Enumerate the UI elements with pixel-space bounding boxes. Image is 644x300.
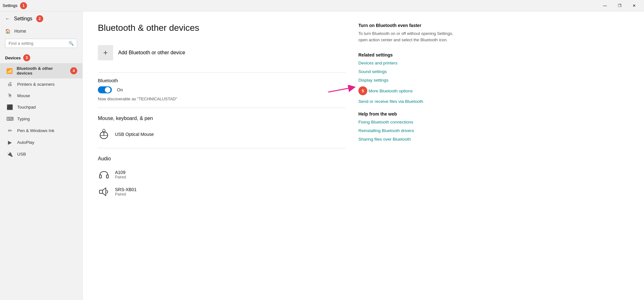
autoplay-icon: ▶: [6, 139, 13, 145]
nav-label-bluetooth: Bluetooth & other devices: [17, 66, 66, 76]
svg-rect-6: [99, 190, 103, 193]
app-title: Settings: [14, 16, 32, 22]
page-title: Bluetooth & other devices: [98, 23, 346, 33]
pen-icon: ✏: [6, 128, 13, 134]
audio-section-title: Audio: [98, 156, 346, 162]
link-display-settings[interactable]: Display settings: [358, 78, 454, 83]
titlebar-controls: — ❐ ✕: [598, 1, 641, 11]
svg-line-9: [328, 88, 352, 92]
audio-device-status-0: Paired: [115, 175, 126, 179]
audio-device-name-0: A109: [115, 170, 126, 175]
link-sound-settings[interactable]: Sound settings: [358, 69, 454, 74]
tip-box: Turn on Bluetooth even faster To turn Bl…: [358, 23, 454, 43]
home-button[interactable]: 🏠 Home: [0, 26, 82, 36]
mouse-icon: 🖱: [6, 93, 13, 98]
nav-label-pen: Pen & Windows Ink: [17, 128, 54, 133]
printers-icon: 🖨: [6, 81, 13, 87]
sidebar-item-mouse[interactable]: 🖱 Mouse: [0, 90, 82, 101]
search-icon: 🔍: [69, 41, 74, 46]
search-box[interactable]: 🔍: [5, 39, 77, 48]
bluetooth-toggle[interactable]: [98, 86, 112, 93]
home-label: Home: [14, 29, 26, 34]
link-more-bluetooth[interactable]: More Bluetooth options: [369, 89, 413, 93]
help-title: Help from the web: [358, 111, 454, 117]
close-button[interactable]: ✕: [627, 1, 641, 11]
nav-label-autoplay: AutoPlay: [17, 140, 34, 145]
svg-rect-4: [99, 175, 101, 178]
minimize-button[interactable]: —: [598, 1, 612, 11]
sidebar-item-touchpad[interactable]: ⬛ Touchpad: [0, 101, 82, 113]
nav-label-usb: USB: [17, 152, 26, 157]
mouse-device-icon: [98, 128, 110, 140]
nav-label-typing: Typing: [17, 117, 30, 121]
sidebar-item-usb[interactable]: 🔌 USB: [0, 148, 82, 160]
svg-rect-5: [106, 175, 108, 178]
nav-badge-bluetooth: 4: [70, 67, 77, 74]
sidebar-item-bluetooth[interactable]: 📶 Bluetooth & other devices 4: [0, 63, 82, 78]
audio-device-name-1: SRS-XB01: [115, 187, 137, 192]
add-device-label: Add Bluetooth or other device: [118, 50, 185, 56]
plus-icon: +: [98, 45, 113, 60]
search-input[interactable]: [9, 41, 69, 46]
main-area: ← Settings 2 🏠 Home 🔍 Devices 3 📶 Blueto…: [0, 11, 644, 300]
arrow-annotation: [328, 85, 357, 95]
touchpad-icon: ⬛: [6, 104, 13, 110]
divider-1: [98, 72, 346, 73]
link-reinstalling-drivers[interactable]: Reinstalling Bluetooth drivers: [358, 128, 454, 133]
link-send-receive[interactable]: Send or receive files via Bluetooth: [358, 99, 454, 104]
related-settings-title: Related settings: [358, 52, 454, 57]
audio-device-status-1: Paired: [115, 192, 137, 197]
titlebar: Settings 1 — ❐ ✕: [0, 0, 644, 11]
toggle-on-label: On: [117, 87, 123, 92]
nav-label-mouse: Mouse: [17, 93, 30, 98]
bluetooth-toggle-row: Bluetooth: [98, 78, 346, 83]
bluetooth-label: Bluetooth: [98, 78, 118, 83]
link-sharing-files[interactable]: Sharing files over Bluetooth: [358, 137, 454, 142]
home-badge: 2: [36, 15, 43, 22]
nav-label-touchpad: Touchpad: [17, 105, 36, 110]
home-icon: 🏠: [5, 29, 10, 34]
add-device-button[interactable]: + Add Bluetooth or other device: [98, 42, 346, 63]
sidebar-section-label: Devices 3: [0, 50, 82, 63]
sidebar-item-printers[interactable]: 🖨 Printers & scanners: [0, 78, 82, 90]
audio-device-item-0: A109 Paired: [98, 166, 346, 183]
sidebar-item-typing[interactable]: ⌨ Typing: [0, 113, 82, 125]
mouse-section-title: Mouse, keyboard, & pen: [98, 116, 346, 121]
audio-device-item-1: SRS-XB01 Paired: [98, 183, 346, 200]
usb-icon: 🔌: [6, 151, 13, 157]
content-area: Bluetooth & other devices + Add Bluetoot…: [83, 11, 644, 300]
tip-title: Turn on Bluetooth even faster: [358, 23, 454, 28]
typing-icon: ⌨: [6, 116, 13, 122]
discoverable-text: Now discoverable as "TECHNICALUSTAD": [98, 97, 346, 101]
content-sidebar: Turn on Bluetooth even faster To turn Bl…: [358, 23, 454, 289]
sidebar: ← Settings 2 🏠 Home 🔍 Devices 3 📶 Blueto…: [0, 11, 83, 300]
badge-5: 5: [358, 86, 367, 95]
tip-text: To turn Bluetooth on or off without open…: [358, 30, 454, 43]
sidebar-item-pen[interactable]: ✏ Pen & Windows Ink: [0, 125, 82, 137]
mouse-device-name: USB Optical Mouse: [115, 132, 154, 137]
maximize-button[interactable]: ❐: [612, 1, 627, 11]
bluetooth-status-row: On: [98, 86, 346, 93]
more-bluetooth-row: 5 More Bluetooth options: [358, 86, 454, 95]
mouse-device-info: USB Optical Mouse: [115, 132, 154, 137]
sidebar-item-autoplay[interactable]: ▶ AutoPlay: [0, 137, 82, 148]
sidebar-header: ← Settings 2: [0, 11, 82, 26]
headphone-icon: [98, 169, 110, 181]
link-fixing-bluetooth[interactable]: Fixing Bluetooth connections: [358, 120, 454, 124]
audio-device-info-0: A109 Paired: [115, 170, 126, 179]
divider-2: [98, 108, 346, 108]
link-devices-printers[interactable]: Devices and printers: [358, 61, 454, 65]
nav-label-printers: Printers & scanners: [17, 82, 55, 87]
section-badge: 3: [23, 54, 30, 61]
bluetooth-icon: 📶: [6, 68, 13, 74]
section-label-text: Devices: [5, 56, 21, 60]
app-title-text: Settings: [3, 3, 17, 8]
titlebar-badge: 1: [20, 2, 27, 9]
mouse-device-item: USB Optical Mouse: [98, 126, 346, 143]
titlebar-left: Settings 1: [3, 2, 27, 9]
speaker-icon: [98, 186, 110, 198]
content-main: Bluetooth & other devices + Add Bluetoot…: [98, 23, 346, 289]
divider-3: [98, 148, 346, 148]
audio-device-info-1: SRS-XB01 Paired: [115, 187, 137, 197]
back-button[interactable]: ←: [5, 16, 10, 22]
